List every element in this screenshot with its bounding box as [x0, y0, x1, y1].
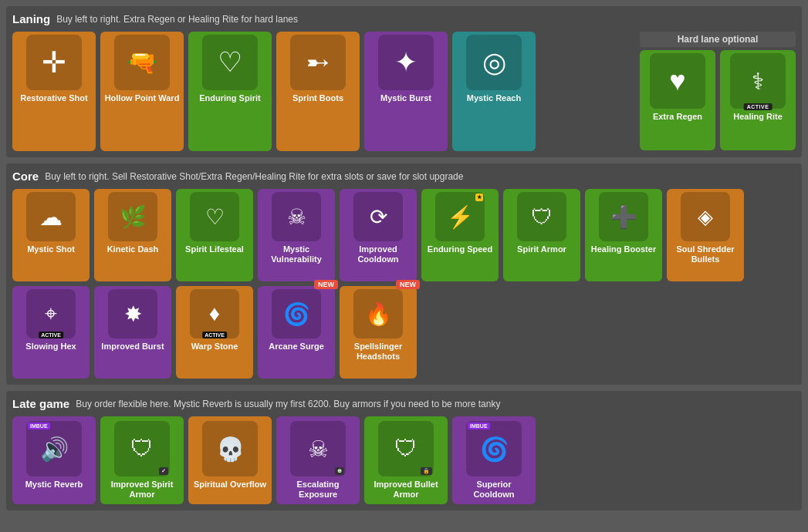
imbue-badge: IMBUE — [468, 423, 490, 429]
item-spiritual-overflow[interactable]: 💀 Spiritual Overflow — [188, 416, 272, 504]
item-label: Improved Burst — [101, 342, 164, 352]
item-icon: ⟳ — [353, 192, 403, 241]
item-improved-bullet-armor[interactable]: 🛡 🔒 Improved Bullet Armor — [364, 416, 448, 504]
late-game-section: Late game Buy order flexible here. Mysti… — [6, 391, 802, 510]
item-soul-shredder[interactable]: ◈ Soul Shredder Bullets — [667, 189, 744, 281]
item-label: Soul Shredder Bullets — [670, 244, 741, 264]
late-game-header: Late game Buy order flexible here. Mysti… — [12, 397, 796, 410]
laning-main-items: ✛ Restorative Shot 🔫 Hollow Point Ward ♡ — [12, 32, 635, 151]
item-label: Improved Spirit Armor — [105, 480, 179, 500]
item-icon: ➕ — [599, 192, 648, 241]
item-mystic-reach[interactable]: ◎ Mystic Reach — [452, 32, 536, 151]
item-healing-booster[interactable]: ➕ Healing Booster — [585, 189, 662, 281]
core-desc: Buy left to right. Sell Restorative Shot… — [45, 171, 463, 182]
item-spirit-armor[interactable]: 🛡 Spirit Armor — [503, 189, 580, 281]
item-icon: ♡ — [190, 192, 239, 241]
item-label: Healing Rite — [733, 112, 783, 122]
item-icon: ✸ — [108, 289, 157, 338]
item-label: Slowing Hex — [25, 342, 76, 352]
item-icon: ☠ ⊕ — [290, 421, 346, 476]
core-row1: ☁ Mystic Shot 🌿 Kinetic Dash ♡ Spirit Li… — [12, 189, 796, 281]
item-enduring-spirit[interactable]: ♡ Enduring Spirit — [188, 32, 272, 151]
item-icon: ☠ — [272, 192, 321, 241]
item-label: Arcane Surge — [269, 342, 324, 352]
main-container: Laning Buy left to right. Extra Regen or… — [0, 0, 808, 517]
item-icon: ◈ — [681, 192, 730, 241]
item-spellslinger-headshots[interactable]: NEW 🔥 Spellslinger Headshots — [340, 286, 417, 379]
item-slowing-hex[interactable]: ⌖ ACTIVE Slowing Hex — [12, 286, 90, 379]
item-label: Superior Cooldown — [457, 480, 531, 500]
item-icon: ⚡ ★ — [435, 192, 485, 241]
item-icon: ✛ — [26, 35, 82, 90]
item-label: Improved Cooldown — [343, 244, 414, 264]
item-label: Mystic Vulnerability — [261, 244, 332, 264]
item-warp-stone[interactable]: ♦ ACTIVE Warp Stone — [176, 286, 253, 379]
item-label: Restorative Shot — [20, 93, 87, 103]
new-badge: NEW — [396, 280, 420, 289]
item-extra-regen[interactable]: ♥ Extra Regen — [640, 50, 715, 150]
item-label: Spiritual Overflow — [194, 480, 266, 490]
item-mystic-burst[interactable]: ✦ Mystic Burst — [364, 32, 448, 151]
item-improved-burst[interactable]: ✸ Improved Burst — [94, 286, 171, 379]
item-icon: ➸ — [290, 35, 346, 90]
item-superior-cooldown[interactable]: IMBUE 🌀 Superior Cooldown — [452, 416, 536, 504]
item-icon: IMBUE 🔊 — [26, 421, 82, 476]
item-arcane-surge[interactable]: NEW 🌀 Arcane Surge — [258, 286, 335, 379]
item-icon: 🛡 ✓ — [114, 421, 170, 476]
item-icon: 🛡 🔒 — [378, 421, 434, 476]
item-icon: ♦ ACTIVE — [190, 289, 239, 338]
item-restorative-shot[interactable]: ✛ Restorative Shot — [12, 32, 96, 151]
item-label: Sprint Boots — [292, 93, 343, 103]
item-label: Kinetic Dash — [107, 244, 159, 254]
item-label: Spirit Armor — [517, 244, 566, 254]
item-icon: ♥ — [650, 53, 705, 109]
item-enduring-speed[interactable]: ⚡ ★ Enduring Speed — [421, 189, 499, 281]
item-mystic-shot[interactable]: ☁ Mystic Shot — [12, 189, 90, 281]
item-healing-rite[interactable]: ⚕ ACTIVE Healing Rite — [720, 50, 796, 150]
laning-section: Laning Buy left to right. Extra Regen or… — [6, 6, 802, 157]
item-label: Improved Bullet Armor — [369, 480, 443, 500]
optional-items: ♥ Extra Regen ⚕ ACTIVE Healing Rite — [640, 50, 796, 150]
item-icon: 🌿 — [108, 192, 157, 241]
item-label: Healing Booster — [591, 244, 656, 254]
item-icon: 🔥 — [353, 289, 403, 338]
item-icon: 💀 — [202, 421, 258, 476]
item-mystic-reverb[interactable]: IMBUE 🔊 Mystic Reverb — [12, 416, 96, 504]
item-icon: 🛡 — [517, 192, 566, 241]
item-icon: IMBUE 🌀 — [466, 421, 522, 476]
item-icon: ⌖ ACTIVE — [26, 289, 76, 338]
item-label: Mystic Burst — [380, 93, 431, 103]
item-label: Mystic Reverb — [25, 480, 83, 490]
item-escalating-exposure[interactable]: ☠ ⊕ Escalating Exposure — [276, 416, 360, 504]
item-icon: 🔫 — [114, 35, 170, 90]
item-label: Escalating Exposure — [281, 480, 355, 500]
item-label: Extra Regen — [653, 112, 702, 122]
item-label: Warp Stone — [191, 342, 238, 352]
item-label: Hollow Point Ward — [105, 93, 180, 103]
item-hollow-point-ward[interactable]: 🔫 Hollow Point Ward — [100, 32, 184, 151]
late-game-items: IMBUE 🔊 Mystic Reverb 🛡 ✓ Improved Spiri… — [12, 416, 796, 504]
laning-title: Laning — [12, 12, 50, 25]
item-improved-cooldown[interactable]: ⟳ Improved Cooldown — [340, 189, 417, 281]
laning-desc: Buy left to right. Extra Regen or Healin… — [56, 14, 298, 25]
late-game-desc: Buy order flexible here. Mystic Reverb i… — [76, 399, 500, 409]
laning-header: Laning Buy left to right. Extra Regen or… — [12, 12, 796, 25]
item-icon: ☁ — [26, 192, 76, 241]
item-label: Spellslinger Headshots — [343, 342, 414, 362]
core-title: Core — [12, 170, 39, 183]
core-row2: ⌖ ACTIVE Slowing Hex ✸ Improved Burst ♦ … — [12, 286, 796, 379]
item-icon: ⚕ ACTIVE — [730, 53, 786, 109]
item-mystic-vulnerability[interactable]: ☠ Mystic Vulnerability — [258, 189, 335, 281]
item-sprint-boots[interactable]: ➸ Sprint Boots — [276, 32, 360, 151]
laning-row: ✛ Restorative Shot 🔫 Hollow Point Ward ♡ — [12, 32, 796, 151]
item-icon: ♡ — [202, 35, 258, 90]
optional-label: Hard lane optional — [640, 32, 796, 47]
new-badge: NEW — [314, 280, 338, 289]
item-icon: ◎ — [466, 35, 522, 90]
item-improved-spirit-armor[interactable]: 🛡 ✓ Improved Spirit Armor — [100, 416, 184, 504]
item-spirit-lifesteal[interactable]: ♡ Spirit Lifesteal — [176, 189, 253, 281]
item-label: Mystic Shot — [27, 244, 75, 254]
item-icon: 🌀 — [272, 289, 321, 338]
item-kinetic-dash[interactable]: 🌿 Kinetic Dash — [94, 189, 171, 281]
core-header: Core Buy left to right. Sell Restorative… — [12, 170, 796, 183]
